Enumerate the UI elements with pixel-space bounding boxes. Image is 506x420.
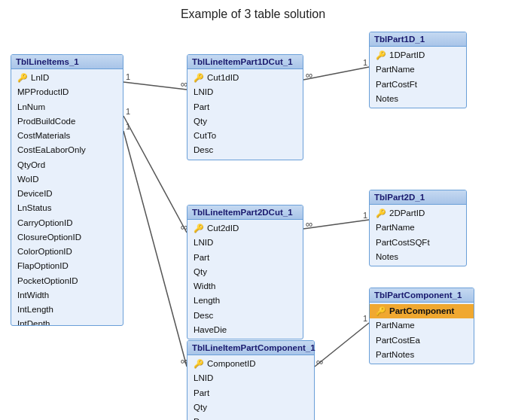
field-partcostea: PartCostEa xyxy=(370,333,474,348)
field-part-3: Part xyxy=(187,386,314,400)
table-tbllineitempartcomponent: TblLineItemPartComponent_1 🔑 ComponetID … xyxy=(187,340,315,420)
field-closureoptionid: ClosureOptionID xyxy=(11,230,123,245)
field-qty-2: Qty xyxy=(187,265,303,279)
field-coloroptionid: ColorOptionID xyxy=(11,245,123,259)
field-deviceid: DeviceID xyxy=(11,187,123,201)
field-notes-2: Notes xyxy=(370,250,466,264)
field-qty-3: Qty xyxy=(187,400,314,415)
table-tblpart2d: TblPart2D_1 🔑 2DPartID PartName PartCost… xyxy=(369,190,467,266)
key-icon: 🔑 xyxy=(17,72,28,84)
field-part-2: Part xyxy=(187,251,303,265)
field-cutto: CutTo xyxy=(187,129,303,143)
field-cut1did: 🔑 Cut1dID xyxy=(187,71,303,85)
field-1dpartid: 🔑 1DPartID xyxy=(370,48,466,62)
field-lnnum: LnNum xyxy=(11,100,123,114)
field-notes-1: Notes xyxy=(370,92,466,106)
svg-text:1: 1 xyxy=(363,314,367,323)
field-part-1: Part xyxy=(187,100,303,114)
key-icon-2: 🔑 xyxy=(194,72,204,84)
field-partcostsqft: PartCostSQFt xyxy=(370,236,466,250)
field-desc-3: Desc xyxy=(187,415,314,420)
svg-line-0 xyxy=(123,82,187,90)
field-partcomponent: 🔑 PartComponent xyxy=(370,304,474,318)
field-carryoptionid: CarryOptionID xyxy=(11,216,123,230)
table-tblpartcomponent-header: TblPartComponent_1 xyxy=(370,288,474,303)
svg-line-3 xyxy=(303,67,369,80)
field-desc-1: Desc xyxy=(187,143,303,157)
svg-line-15 xyxy=(315,323,369,367)
key-icon-4: 🔑 xyxy=(194,358,204,370)
field-qty-1: Qty xyxy=(187,114,303,129)
field-partname-1: PartName xyxy=(370,62,466,77)
field-lnid-2: LNID xyxy=(187,85,303,99)
svg-text:1: 1 xyxy=(126,107,130,116)
table-tbllineitempart2dcut-header: TblLineItemPart2DCut_1 xyxy=(187,205,303,220)
table-tbllineitems: TblLineItems_1 🔑 LnID MPProductID LnNum … xyxy=(11,54,123,326)
table-tbllineitempart1dcut: TblLineItemPart1DCut_1 🔑 Cut1dID LNID Pa… xyxy=(187,54,303,160)
table-tblpartcomponent: TblPartComponent_1 🔑 PartComponent PartN… xyxy=(369,288,474,364)
table-tbllineitempartcomponent-header: TblLineItemPartComponent_1 xyxy=(187,341,314,355)
table-tblpart1d: TblPart1D_1 🔑 1DPartID PartName PartCost… xyxy=(369,32,467,108)
field-partcostft: PartCostFt xyxy=(370,78,466,92)
field-pocketoptionid: PocketOptionID xyxy=(11,274,123,288)
key-icon-7: 🔑 xyxy=(376,305,386,318)
field-prodbuildcode: ProdBuildCode xyxy=(11,114,123,129)
field-costealaboronly: CostEaLaborOnly xyxy=(11,143,123,157)
field-costmaterials: CostMaterials xyxy=(11,129,123,143)
field-qtyord: QtyOrd xyxy=(11,158,123,172)
field-length: Length xyxy=(187,294,303,308)
field-componentid: 🔑 ComponetID xyxy=(187,357,314,371)
field-woid: WoID xyxy=(11,172,123,187)
table-tbllineitempart1dcut-header: TblLineItemPart1DCut_1 xyxy=(187,55,303,69)
table-tblpart2d-header: TblPart2D_1 xyxy=(370,190,466,205)
key-icon-5: 🔑 xyxy=(376,49,386,62)
field-intdepth: IntDepth xyxy=(11,317,123,325)
field-width: Width xyxy=(187,279,303,294)
svg-text:∞: ∞ xyxy=(306,69,312,81)
field-2dpartid: 🔑 2DPartID xyxy=(370,206,466,221)
field-cut2did: 🔑 Cut2dID xyxy=(187,221,303,236)
table-tbllineitempart2dcut: TblLineItemPart2DCut_1 🔑 Cut2dID LNID Pa… xyxy=(187,205,303,339)
svg-text:1: 1 xyxy=(126,72,130,81)
field-partname-3: PartName xyxy=(370,318,474,333)
svg-text:1: 1 xyxy=(363,211,367,220)
svg-line-6 xyxy=(123,116,187,233)
field-mpproductid: MPProductID xyxy=(11,85,123,99)
field-lnid-3: LNID xyxy=(187,236,303,250)
table-tbllineitems-header: TblLineItems_1 xyxy=(11,55,123,69)
svg-text:∞: ∞ xyxy=(306,218,312,230)
svg-text:1: 1 xyxy=(363,58,367,67)
field-lnid-4: LNID xyxy=(187,371,314,385)
diagram-area: ∞ 1 ∞ 1 ∞ 1 ∞ 1 ∞ 1 ∞ 1 TblLineItems_1 🔑… xyxy=(0,26,506,417)
svg-text:∞: ∞ xyxy=(316,356,323,367)
field-intlength: IntLength xyxy=(11,303,123,317)
field-intwidth: IntWidth xyxy=(11,288,123,303)
svg-line-9 xyxy=(303,220,369,229)
field-lnstatus: LnStatus xyxy=(11,201,123,215)
field-flapoptionid: FlapOptionID xyxy=(11,259,123,273)
field-partnotes: PartNotes xyxy=(370,348,474,362)
table-tblpart1d-header: TblPart1D_1 xyxy=(370,32,466,47)
field-partname-2: PartName xyxy=(370,221,466,235)
svg-line-12 xyxy=(123,131,187,367)
field-lnid: 🔑 LnID xyxy=(11,71,123,85)
key-icon-3: 🔑 xyxy=(194,222,204,235)
field-desc-2: Desc xyxy=(187,309,303,323)
svg-text:1: 1 xyxy=(126,122,130,131)
page-title: Example of 3 table solution xyxy=(0,0,506,26)
key-icon-6: 🔑 xyxy=(376,207,386,220)
field-havedie: HaveDie xyxy=(187,323,303,337)
